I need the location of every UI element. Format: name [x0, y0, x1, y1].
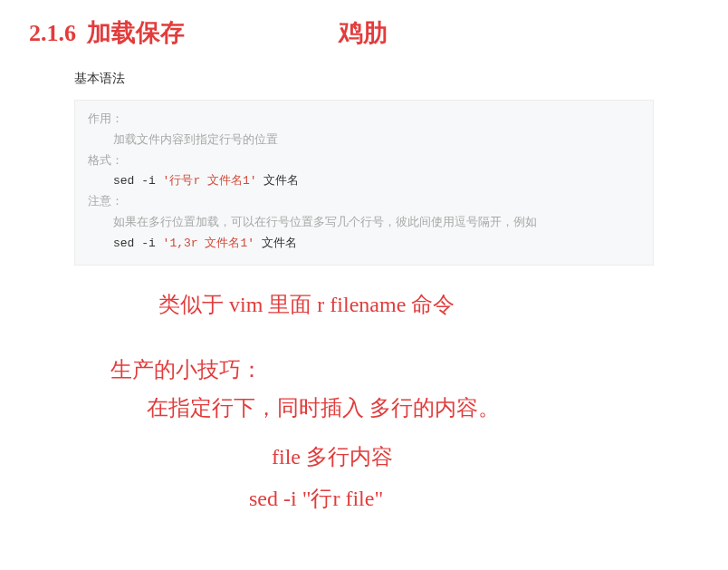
code-note-line: sed -i '1,3r 文件名1' 文件名 [88, 234, 640, 255]
code-pre: sed -i [113, 174, 163, 188]
annotation-tip-heading: 生产的小技巧： [110, 355, 263, 384]
code-pre-2: sed -i [113, 237, 163, 250]
annotation-file-multiline: file 多行内容 [272, 442, 393, 471]
desc-purpose: 加载文件内容到指定行号的位置 [88, 130, 278, 151]
annotation-similar-vim: 类似于 vim 里面 r filename 命令 [158, 290, 455, 319]
label-format: 格式： [88, 154, 123, 168]
code-string-2: '1,3r 文件名1' [163, 237, 254, 250]
code-format-line: sed -i '行号r 文件名1' 文件名 [88, 171, 640, 192]
section-heading: 2.1.6 加载保存 鸡肋 [29, 16, 710, 49]
subheading: 基本语法 [74, 71, 654, 87]
annotation-tip-desc: 在指定行下，同时插入 多行的内容。 [147, 393, 500, 422]
code-string: '行号r 文件名1' [163, 174, 257, 188]
label-purpose: 作用： [88, 112, 123, 126]
document-body: 基本语法 作用： 加载文件内容到指定行号的位置 格式： sed -i '行号r … [74, 71, 654, 266]
annotation-sed-command: sed -i "行r file" [249, 484, 383, 513]
heading-number: 2.1.6 [29, 20, 76, 47]
code-post-2: 文件名 [254, 237, 297, 250]
code-block: 作用： 加载文件内容到指定行号的位置 格式： sed -i '行号r 文件名1'… [74, 100, 654, 266]
heading-title: 加载保存 [87, 16, 185, 49]
label-note: 注意： [88, 195, 123, 208]
heading-annotation: 鸡肋 [339, 16, 388, 49]
code-post: 文件名 [257, 174, 300, 188]
desc-note: 如果在多行位置加载，可以在行号位置多写几个行号，彼此间使用逗号隔开，例如 [88, 213, 537, 234]
